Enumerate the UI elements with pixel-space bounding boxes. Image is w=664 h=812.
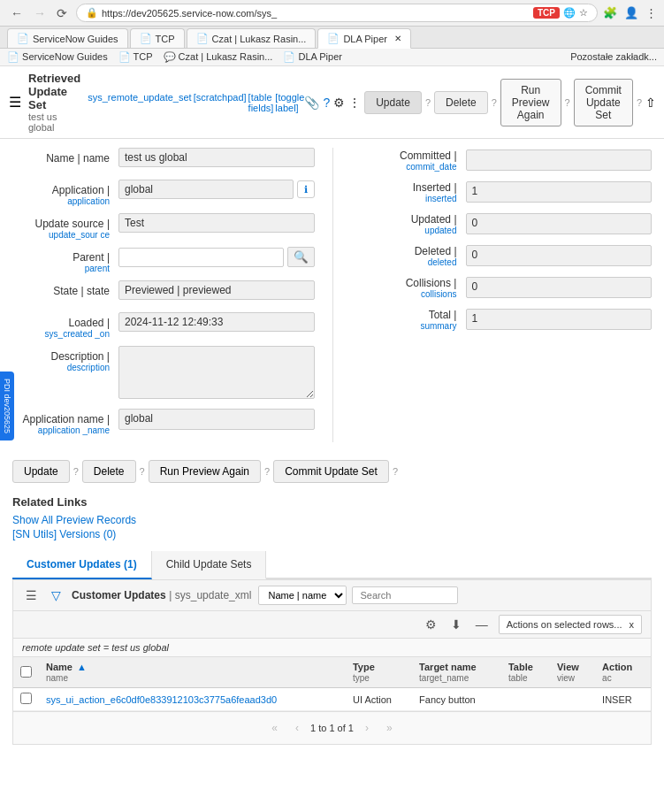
breadcrumb-link-3[interactable]: [table fields] (248, 92, 274, 113)
update-button[interactable]: Update (364, 91, 422, 114)
bottom-update-button[interactable]: Update (12, 460, 70, 483)
bottom-commit-help[interactable]: ? (393, 466, 398, 477)
filter-text: remote update set = test us global (13, 639, 651, 657)
back-button[interactable]: ← (7, 4, 27, 22)
breadcrumb-link-2[interactable]: [scratchpad] (194, 92, 247, 113)
bottom-commit-button[interactable]: Commit Update Set (273, 460, 389, 483)
tab-icon: 📄 (140, 33, 152, 44)
delete-button[interactable]: Delete (434, 91, 488, 114)
row-name-link[interactable]: sys_ui_action_e6c0df0e833912103c3775a6fe… (46, 694, 277, 705)
bottom-run-preview-button[interactable]: Run Preview Again (149, 460, 261, 483)
delete-help[interactable]: ? (492, 97, 497, 108)
name-input[interactable] (118, 148, 315, 167)
table-menu-button[interactable]: ☰ (22, 586, 41, 604)
table-filter-button[interactable]: ▽ (48, 586, 65, 604)
col-header-name[interactable]: Name ▲ name (39, 657, 346, 688)
next-page-button[interactable]: › (359, 719, 375, 737)
bookmark-item[interactable]: 📄 ServiceNow Guides (7, 51, 108, 63)
col-header-action[interactable]: Actionac (595, 657, 651, 688)
refresh-button[interactable]: ⟳ (53, 4, 71, 22)
table-section: ☰ ▽ Customer Updates | sys_update_xml Na… (12, 579, 652, 745)
tab-icon: 📄 (327, 33, 340, 44)
run-preview-help[interactable]: ? (565, 97, 570, 108)
data-table: Name ▲ name Typetype Target nametarget_n… (13, 657, 651, 711)
state-row: State | state (12, 280, 315, 305)
settings-icon-btn[interactable]: ⚙ (422, 616, 440, 633)
tab-czat[interactable]: 📄 Czat | Lukasz Rasin... (187, 28, 317, 48)
application-control: ℹ (118, 180, 315, 199)
form-section: Name | name Application | application ℹ (12, 148, 652, 442)
more-icon[interactable]: ⋮ (348, 96, 361, 110)
select-all-checkbox[interactable] (20, 666, 32, 678)
bookmark-item[interactable]: 📄 DLA Piper (283, 51, 342, 63)
app-name-control: global (118, 409, 315, 430)
update-source-control (118, 213, 315, 233)
application-input[interactable] (118, 180, 294, 199)
run-preview-button[interactable]: Run Preview Again (500, 79, 561, 126)
browser-nav[interactable]: ← → ⟳ (7, 4, 71, 22)
breadcrumb-link-1[interactable]: sys_remote_update_set (88, 92, 191, 113)
tab-dla-piper[interactable]: 📄 DLA Piper ✕ (317, 28, 411, 49)
actions-close-icon[interactable]: x (630, 619, 635, 630)
breadcrumb-link-4[interactable]: [toggle label] (275, 92, 304, 113)
committed-value (466, 149, 653, 171)
commit-help[interactable]: ? (637, 97, 642, 108)
name-label: Name | name (12, 148, 118, 165)
filter-input[interactable] (352, 586, 458, 604)
breadcrumb-subtitle: test us global (28, 111, 80, 133)
filter-select[interactable]: Name | name (258, 586, 347, 605)
actions-dropdown[interactable]: Actions on selected rows... x (499, 615, 642, 634)
col-header-table[interactable]: Tabletable (501, 657, 550, 688)
col-header-target-name[interactable]: Target nametarget_name (412, 657, 501, 688)
update-source-label: Update source | update_sour ce (12, 213, 118, 240)
minus-icon-btn[interactable]: — (472, 616, 492, 633)
deleted-row: Deleted | deleted 0 (351, 243, 653, 268)
forward-button[interactable]: → (30, 4, 50, 22)
description-textarea[interactable] (118, 346, 315, 399)
bottom-run-preview-help[interactable]: ? (264, 466, 270, 477)
sidebar-toggle[interactable]: ☰ (9, 94, 21, 111)
first-page-button[interactable]: « (265, 719, 284, 737)
inserted-value: 1 (466, 181, 653, 203)
bookmark-item[interactable]: 💬 Czat | Lukasz Rasin... (164, 51, 273, 63)
bookmark-item[interactable]: 📄 TCP (118, 51, 153, 63)
tab-tcp[interactable]: 📄 TCP (130, 28, 185, 48)
up-button[interactable]: ⇧ (645, 96, 656, 110)
tab-child-update-sets[interactable]: Child Update Sets (152, 551, 267, 579)
breadcrumb: Retrieved Update Set test us global (28, 72, 80, 133)
bottom-delete-help[interactable]: ? (140, 466, 145, 477)
parent-input[interactable] (118, 248, 284, 267)
commit-button[interactable]: Commit Update Set (574, 79, 633, 126)
table-toolbar-2: ⚙ ⬇ — Actions on selected rows... x (13, 611, 651, 639)
help-icon[interactable]: ? (323, 96, 330, 110)
prev-page-button[interactable]: ‹ (289, 719, 305, 737)
form-right: Committed | commit_date Inserted | inser… (332, 148, 653, 442)
actions-label: Actions on selected rows... (507, 619, 622, 630)
parent-search-button[interactable]: 🔍 (287, 247, 315, 267)
application-info-button[interactable]: ℹ (297, 180, 315, 198)
url-bar[interactable]: 🔒 https://dev205625.service-now.com/sys_… (76, 4, 598, 22)
tab-close-icon[interactable]: ✕ (394, 34, 401, 43)
col-header-type[interactable]: Typetype (346, 657, 412, 688)
bottom-update-help[interactable]: ? (73, 466, 79, 477)
update-source-input[interactable] (118, 213, 315, 233)
update-help[interactable]: ? (425, 97, 431, 108)
last-page-button[interactable]: » (380, 719, 399, 737)
loaded-input[interactable] (118, 312, 315, 332)
col-header-view[interactable]: Viewview (550, 657, 595, 688)
parent-control: 🔍 (118, 247, 315, 267)
side-tab[interactable]: PDI dev205625 (0, 372, 14, 440)
settings-icon[interactable]: ⚙ (333, 96, 345, 110)
url-text: https://dev205625.service-now.com/sys_ (102, 8, 530, 19)
related-link-versions[interactable]: [SN Utils] Versions (0) (12, 528, 652, 540)
export-icon-btn[interactable]: ⬇ (447, 616, 465, 633)
state-input[interactable] (118, 280, 315, 300)
parent-label: Parent | parent (12, 247, 118, 273)
bottom-delete-button[interactable]: Delete (82, 460, 136, 483)
row-checkbox[interactable] (20, 693, 32, 704)
related-link-preview[interactable]: Show All Preview Records (12, 514, 652, 526)
attach-icon[interactable]: 📎 (304, 96, 319, 110)
tab-customer-updates[interactable]: Customer Updates (1) (12, 551, 152, 579)
remaining-bookmarks[interactable]: Pozostałe zakładk... (570, 51, 657, 63)
tab-servicenow-guides[interactable]: 📄 ServiceNow Guides (7, 28, 128, 48)
